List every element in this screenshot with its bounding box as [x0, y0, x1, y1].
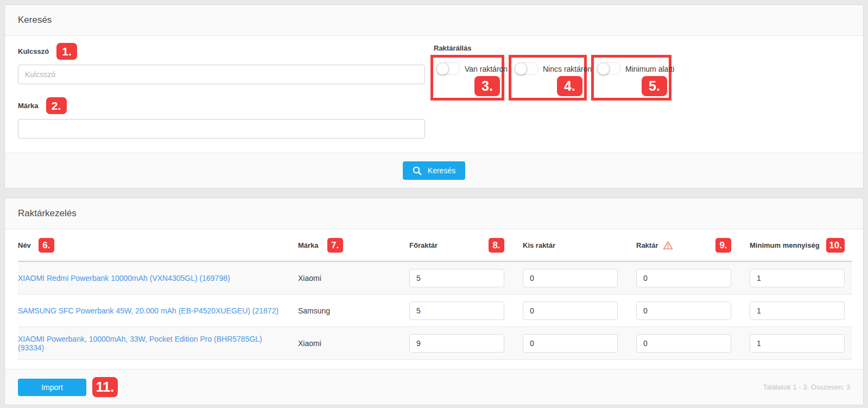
keyword-label: Kulcsszó — [18, 47, 49, 55]
stock-status-group: Raktárállás Van raktáron 3. Nincs raktár… — [430, 43, 671, 139]
search-button[interactable]: Keresés — [403, 161, 465, 180]
stock-management-panel: Raktárkezelés Név 6. Márka 7. Főraktár 8… — [4, 198, 864, 405]
product-link[interactable]: XIAOMI Redmi Powerbank 10000mAh (VXN4305… — [18, 274, 230, 283]
table-row: XIAOMI Powerbank, 10000mAh, 33W, Pocket … — [18, 327, 852, 360]
annotation-badge-11: 11. — [92, 377, 118, 397]
min-qty-input[interactable] — [750, 302, 845, 320]
annotation-badge-5: 5. — [642, 76, 667, 96]
brand-label: Márka — [18, 102, 39, 110]
main-stock-input[interactable] — [409, 302, 504, 320]
column-header-stock: Raktár — [636, 241, 658, 249]
toggle-knob — [436, 62, 449, 75]
in-stock-toggle[interactable] — [436, 62, 460, 75]
import-button[interactable]: Import — [18, 379, 86, 396]
below-minimum-toggle[interactable] — [597, 62, 621, 75]
annotation-badge-6: 6. — [39, 238, 54, 253]
brand-cell: Xiaomi — [298, 339, 321, 348]
search-icon — [413, 166, 422, 175]
brand-field-group: Márka 2. — [18, 97, 425, 139]
stock-input[interactable] — [636, 302, 731, 320]
warning-triangle-icon — [663, 241, 673, 250]
table-row: SAMSUNG SFC Powerbank 45W, 20.000 mAh (E… — [18, 294, 852, 327]
annotation-badge-1: 1. — [56, 43, 77, 60]
search-button-label: Keresés — [428, 166, 455, 175]
annotation-badge-4: 4. — [557, 76, 582, 96]
search-panel: Keresés Kulcsszó 1. Márka 2. Raktárállás — [4, 4, 864, 189]
toggle-box-in-stock: Van raktáron 3. — [430, 55, 504, 101]
annotation-badge-9: 9. — [715, 238, 731, 253]
table-row: XIAOMI Redmi Powerbank 10000mAh (VXN4305… — [18, 262, 852, 294]
table-panel-footer: Import 11. Találatok 1 - 3. Összesen: 3 — [5, 369, 863, 405]
brand-cell: Samsung — [298, 306, 330, 315]
column-header-name: Név — [18, 241, 31, 249]
toggle-box-out-of-stock: Nincs raktáron 4. — [509, 55, 587, 101]
toggle-knob — [515, 62, 527, 75]
main-stock-input[interactable] — [409, 269, 504, 287]
table-header-row: Név 6. Márka 7. Főraktár 8. Kis raktár R… — [18, 229, 852, 262]
small-stock-input[interactable] — [523, 302, 618, 320]
search-panel-footer: Keresés — [5, 153, 863, 188]
out-of-stock-toggle-label: Nincs raktáron — [543, 65, 592, 73]
annotation-badge-10: 10. — [826, 238, 845, 253]
brand-input[interactable] — [18, 119, 425, 139]
main-stock-input[interactable] — [409, 334, 504, 353]
small-stock-input[interactable] — [523, 334, 618, 353]
column-header-min-qty: Minimum mennyiség — [750, 241, 820, 249]
stock-management-title: Raktárkezelés — [5, 198, 863, 229]
min-qty-input[interactable] — [750, 269, 845, 287]
stock-input[interactable] — [636, 334, 731, 353]
stock-input[interactable] — [636, 269, 731, 287]
column-header-main-stock: Főraktár — [409, 241, 438, 249]
column-header-brand: Márka — [298, 241, 319, 249]
below-minimum-toggle-label: Minimum alatti — [625, 65, 674, 73]
keyword-field-group: Kulcsszó 1. — [18, 43, 425, 84]
keyword-input[interactable] — [18, 65, 425, 84]
annotation-badge-2: 2. — [46, 97, 67, 114]
min-qty-input[interactable] — [750, 334, 845, 353]
annotation-badge-7: 7. — [327, 238, 343, 253]
stock-status-label: Raktárállás — [434, 44, 671, 52]
product-link[interactable]: SAMSUNG SFC Powerbank 45W, 20.000 mAh (E… — [18, 306, 278, 315]
annotation-badge-3: 3. — [474, 76, 500, 96]
small-stock-input[interactable] — [523, 269, 618, 287]
search-panel-title: Keresés — [5, 5, 863, 36]
in-stock-toggle-label: Van raktáron — [465, 65, 508, 73]
search-form: Kulcsszó 1. Márka 2. Raktárállás — [5, 36, 863, 153]
product-link[interactable]: XIAOMI Powerbank, 10000mAh, 33W, Pocket … — [18, 335, 289, 352]
out-of-stock-toggle[interactable] — [515, 62, 538, 75]
brand-cell: Xiaomi — [298, 274, 321, 283]
results-count: Találatok 1 - 3. Összesen: 3 — [763, 383, 850, 391]
column-header-small-stock: Kis raktár — [523, 241, 555, 249]
annotation-badge-8: 8. — [489, 238, 504, 253]
toggle-knob — [597, 62, 610, 75]
stock-table: Név 6. Márka 7. Főraktár 8. Kis raktár R… — [5, 229, 863, 369]
toggle-box-below-minimum: Minimum alatti 5. — [591, 55, 671, 101]
